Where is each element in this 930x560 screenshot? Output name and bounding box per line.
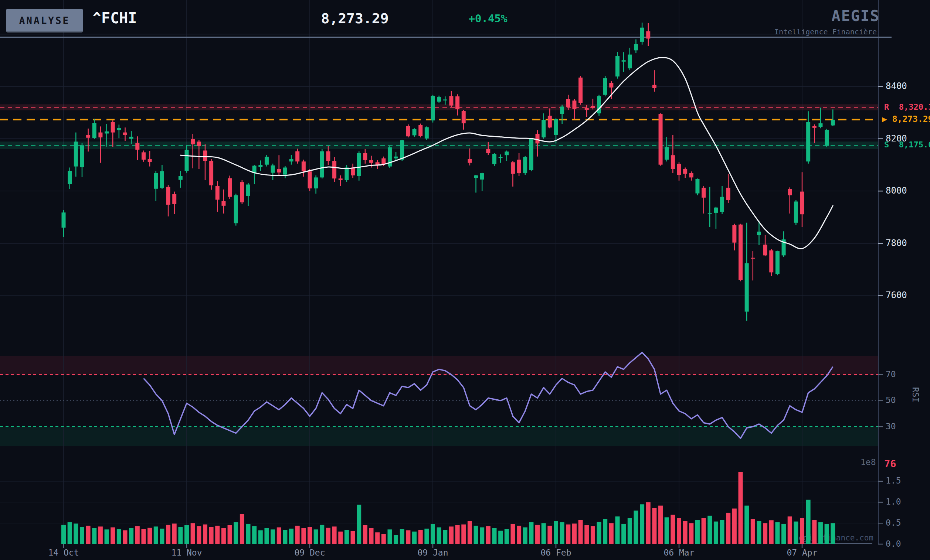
volume-bar [775, 522, 779, 544]
volume-bar [172, 523, 177, 544]
candle-body [800, 192, 804, 215]
candle-body [468, 159, 472, 163]
volume-bar [665, 517, 669, 544]
candle-body [566, 99, 570, 107]
volume-bar [554, 521, 558, 544]
axis-tick-label: 70 [885, 370, 896, 379]
candle-body [788, 189, 792, 195]
volume-bar [751, 519, 755, 544]
volume-bar [825, 524, 829, 544]
volume-bar [812, 520, 816, 544]
candle-body [123, 133, 127, 135]
volume-bar [277, 528, 281, 544]
candle-body [659, 114, 663, 164]
chart-canvas[interactable]: 840082008000780076007050301.51.00.50.014… [0, 0, 930, 560]
candle-body [443, 99, 447, 100]
volume-bar [744, 506, 749, 544]
axis-tick-label: 50 [885, 395, 896, 405]
candle-body [622, 60, 626, 62]
rsi-current-value: 76 [884, 458, 896, 469]
volume-bar [671, 515, 675, 544]
candle-body [511, 162, 515, 173]
support-level-label: S 8,175.09 [884, 140, 930, 149]
volume-bar [135, 526, 140, 544]
candle-body [548, 116, 552, 127]
candle-body [265, 156, 269, 164]
volume-bar [382, 534, 386, 544]
candle-body [332, 161, 336, 178]
candle-body [111, 122, 115, 132]
volume-bar [707, 516, 712, 544]
axis-tick-label: 0.0 [885, 539, 901, 549]
volume-bar [695, 520, 700, 544]
volume-panel[interactable] [62, 472, 835, 544]
volume-bar [468, 521, 472, 544]
volume-bar [443, 530, 447, 544]
volume-bar [474, 526, 478, 544]
volume-bar [535, 525, 540, 544]
candle-body [382, 158, 385, 164]
candle-body [191, 139, 195, 144]
candle-body [172, 194, 176, 204]
candle-body [142, 152, 146, 160]
volume-bar [523, 528, 528, 544]
date-tick-label: 09 Jan [417, 548, 448, 557]
candle-body [474, 175, 478, 178]
volume-bar [289, 529, 294, 544]
candle-body [308, 172, 312, 189]
volume-bar [788, 516, 792, 544]
candle-body [160, 171, 164, 188]
current-price-level-label: ▶ 8,273.29 [882, 114, 930, 124]
volume-bar [178, 527, 183, 544]
candle-body [197, 141, 201, 146]
candle-body [640, 28, 644, 42]
candle-body [240, 182, 244, 203]
volume-bar [406, 531, 410, 544]
volume-bar [683, 521, 688, 544]
volume-bar [640, 504, 644, 544]
candle-body [406, 126, 410, 136]
volume-bar [609, 523, 614, 544]
candle-body [357, 153, 361, 176]
volume-bar [111, 528, 115, 544]
candle-body [129, 137, 134, 139]
volume-bar [197, 526, 201, 544]
candle-body [185, 150, 189, 171]
volume-bar [308, 527, 312, 544]
volume-bar [160, 529, 164, 544]
candle-body [813, 126, 816, 128]
axis-tick-label: 0.5 [885, 518, 901, 528]
volume-bar [222, 528, 226, 544]
candle-body [653, 85, 656, 88]
candle-body [326, 152, 330, 161]
date-tick-label: 06 Mar [664, 548, 694, 557]
volume-bar [209, 527, 214, 544]
volume-bar [191, 523, 195, 544]
trading-terminal: ANALYSE ^FCHI 8,273.29 +0.45% AEGIS Inte… [0, 0, 930, 560]
volume-bar [689, 523, 693, 544]
candle-body [720, 197, 724, 212]
candle-body [92, 123, 97, 138]
candle-body [745, 263, 749, 312]
candle-body [179, 176, 183, 180]
candle-body [135, 143, 139, 150]
candle-body [702, 188, 706, 198]
volume-bar [560, 522, 564, 544]
candlestick-layer[interactable] [62, 23, 835, 321]
volume-bar [351, 531, 355, 544]
candle-body [289, 159, 294, 161]
candle-body [665, 147, 669, 160]
candle-body [74, 141, 78, 166]
candle-body [369, 160, 373, 163]
volume-bar [800, 518, 804, 544]
candle-body [480, 173, 484, 180]
volume-bar [505, 529, 509, 544]
date-tick-label: 09 Dec [294, 548, 325, 557]
date-tick-label: 06 Feb [540, 548, 571, 557]
candle-body [148, 159, 152, 162]
analyse-button[interactable]: ANALYSE [6, 9, 83, 32]
volume-bar [369, 528, 374, 544]
candle-body [776, 251, 779, 274]
volume-bar [394, 535, 398, 544]
date-tick-label: 07 Apr [787, 548, 817, 557]
